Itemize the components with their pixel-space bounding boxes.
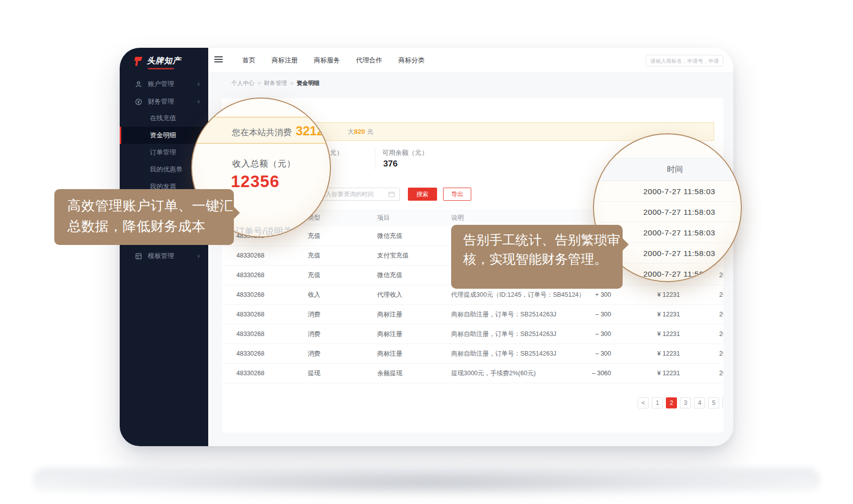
magnified-time-header: 时间 (593, 158, 742, 181)
sidebar-item-finance[interactable]: 财务管理 ∧ (120, 93, 208, 110)
cell-order-no: 48330268 (236, 324, 265, 344)
callout-right: 告别手工统计、告别繁琐审核，实现智能财务管理。 (451, 225, 623, 289)
cell-type: 充值 (308, 246, 320, 265)
stat-divider (375, 147, 375, 170)
cell-balance: ¥ 12231 (630, 344, 680, 363)
callout-left: 高效管理账户订单、一键汇总数据，降低财务成本 (54, 189, 234, 245)
nav-item[interactable]: 首页 (242, 56, 255, 65)
cell-order-no: 48330268 (236, 266, 265, 285)
cell-project: 商标注册 (377, 305, 402, 324)
cell-amount: – 3060 (569, 364, 611, 383)
user-icon (135, 80, 142, 88)
callout-arrow-icon (233, 206, 240, 219)
table-row: 48330268消费商标注册商标自助注册，订单号：SB2514263J– 300… (222, 305, 723, 324)
cell-type: 充值 (308, 266, 320, 285)
prev-page-button[interactable]: < (638, 397, 649, 408)
cell-type: 消费 (308, 324, 320, 344)
cell-type: 提现 (308, 364, 320, 383)
header-description: 说明 (451, 209, 464, 226)
magnified-banner-text: 您在本站共消费32124 (232, 124, 331, 138)
table-row: 48330268消费商标注册商标自助注册，订单号：SB2514263J– 300… (222, 324, 723, 344)
table-row: 48330268提现余额提现提现3000元，手续费2%(60元)– 3060¥ … (222, 364, 723, 383)
cell-order-no: 48330268 (236, 344, 265, 363)
sidebar-subitem[interactable]: 在线充值 (120, 110, 208, 127)
page-button[interactable]: 4 (694, 397, 705, 408)
available-balance-label: 可用余额（元） (382, 148, 428, 157)
table-row: 48330268消费商标注册商标自助注册，订单号：SB2514263J– 300… (222, 344, 723, 364)
sidebar-item-label: 模板管理 (148, 251, 174, 261)
breadcrumb: 个人中心>财务管理>资金明细 (231, 79, 319, 87)
callout-right-text: 告别手工统计、告别繁琐审核，实现智能财务管理。 (463, 232, 620, 267)
calendar-icon[interactable] (388, 191, 395, 197)
income-total-label: 收入总额（元） (232, 158, 296, 170)
search-button[interactable]: 搜索 (408, 188, 437, 201)
logo[interactable]: 头牌知产 (134, 56, 181, 66)
next-page-button[interactable] (722, 397, 723, 408)
cell-time: 2000-7-27 11:58:03 (719, 285, 723, 304)
cell-description: 商标自助注册，订单号：SB2514263J (451, 344, 556, 363)
page: 头牌知产 账户管理 ∨ 财务管理 ∧ 在线充值资金明细订单管理我的优惠券我的发票 (0, 0, 853, 504)
cell-time: 2000-7-27 11:58:03 (719, 324, 723, 344)
cell-project: 微信充值 (377, 266, 402, 285)
cell-time: 2000-7-27 11:58:03 (719, 266, 723, 285)
cell-description: 商标自助注册，订单号：SB2514263J (451, 324, 556, 344)
sidebar-item-template[interactable]: 模板管理 ∨ (120, 247, 208, 265)
sidebar-item-label: 账户管理 (148, 79, 174, 89)
nav-item[interactable]: 商标注册 (272, 56, 298, 65)
cell-project: 微信充值 (377, 226, 402, 245)
pagination: <12345 (638, 397, 723, 408)
sidebar-item-label: 财务管理 (148, 97, 174, 106)
magnified-time-row: 2000-7-27 11:58:03 (594, 181, 742, 202)
sidebar-subitem[interactable]: 资金明细 (120, 127, 208, 144)
topnav-items: 首页商标注册商标服务代理合作商标分类 (242, 48, 424, 73)
available-balance-value: 376 (383, 159, 397, 169)
cell-project: 商标注册 (377, 344, 402, 363)
cell-project: 支付宝充值 (377, 246, 409, 265)
menu-icon[interactable] (214, 56, 223, 64)
sidebar: 头牌知产 账户管理 ∨ 财务管理 ∧ 在线充值资金明细订单管理我的优惠券我的发票 (120, 48, 208, 446)
cell-amount: – 300 (569, 324, 611, 344)
magnified-time-row: 2000-7-27 11:58:03 (594, 202, 742, 222)
cell-project: 代理收入 (377, 285, 402, 304)
chevron-down-icon: ∨ (197, 81, 200, 87)
template-icon (135, 253, 142, 260)
cell-order-no: 48330268 (236, 246, 265, 265)
cell-balance: ¥ 12231 (630, 364, 680, 383)
cell-type: 收入 (308, 285, 320, 304)
breadcrumb-current: 资金明细 (296, 80, 319, 86)
trademark-search-input[interactable] (646, 55, 723, 66)
chevron-up-icon: ∧ (197, 99, 200, 104)
cell-balance: ¥ 12231 (630, 305, 680, 324)
nav-item[interactable]: 代理合作 (356, 56, 382, 65)
breadcrumb-item[interactable]: 个人中心 (231, 80, 254, 86)
laptop-base-shadow (60, 471, 793, 497)
cell-project: 商标注册 (377, 324, 402, 344)
callout-left-text: 高效管理账户订单、一键汇总数据，降低财务成本 (67, 198, 233, 234)
nav-item[interactable]: 商标分类 (398, 56, 424, 65)
cell-time: 2000-7-27 11:58:03 (719, 344, 723, 363)
cell-description: 提现3000元，手续费2%(60元) (451, 364, 536, 383)
breadcrumb-item[interactable]: 财务管理 (264, 80, 287, 86)
cell-amount: – 300 (569, 344, 611, 363)
callout-arrow-icon (622, 238, 629, 251)
nav-item[interactable]: 商标服务 (314, 56, 340, 65)
logo-icon (134, 56, 144, 66)
export-button[interactable]: 导出 (443, 188, 471, 201)
cell-amount: – 300 (569, 305, 611, 324)
chevron-down-icon: ∨ (197, 254, 200, 259)
cell-project: 余额提现 (377, 364, 402, 383)
finance-icon (135, 98, 142, 106)
cell-type: 充值 (308, 226, 320, 245)
topbar: 首页商标注册商标服务代理合作商标分类 (208, 48, 733, 73)
cell-description: 商标自助注册，订单号：SB2514263J (451, 305, 556, 324)
page-button[interactable]: 5 (708, 397, 719, 408)
page-button[interactable]: 3 (680, 397, 691, 408)
logo-subtext (148, 68, 174, 69)
page-button[interactable]: 1 (652, 397, 663, 408)
cell-time: 2000-7-27 11:58:03 (719, 305, 723, 324)
cell-balance: ¥ 12231 (630, 324, 680, 344)
banner-amount-group: 大820元 (348, 127, 373, 136)
sidebar-item-account[interactable]: 账户管理 ∨ (120, 75, 208, 93)
income-total-value: 12356 (231, 172, 280, 191)
page-button[interactable]: 2 (666, 397, 677, 408)
